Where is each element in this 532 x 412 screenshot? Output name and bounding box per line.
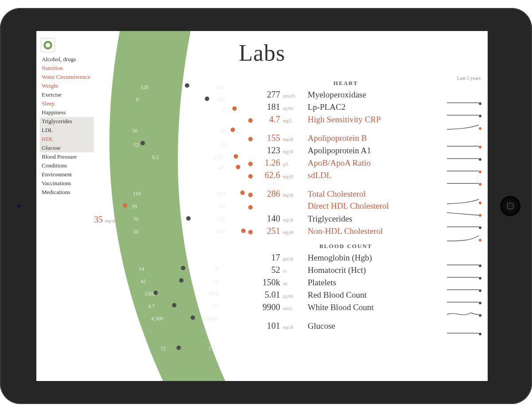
alert-dot-icon — [248, 306, 253, 311]
lab-row[interactable]: 251mg/dlNon-HDL Cholesterol — [248, 226, 443, 238]
lab-row[interactable]: 62.6mg/dlsdLDL — [248, 170, 443, 183]
lab-row[interactable]: 1.26g/LApoB/ApoA Ratio — [248, 158, 443, 170]
home-button[interactable] — [500, 196, 520, 216]
range-tick: 400k — [208, 291, 219, 297]
lab-value: 17 — [256, 253, 282, 263]
sidebar-item[interactable]: Vaccinations — [40, 179, 94, 188]
sparkline[interactable] — [447, 209, 481, 222]
lab-row[interactable]: 150kmlPlatelets — [248, 277, 443, 290]
lab-value: 251 — [256, 226, 282, 236]
lab-row[interactable]: 155mg/dlApolipoprotein B — [248, 133, 443, 145]
alert-dot-icon — [248, 218, 253, 222]
sparkline[interactable] — [447, 284, 481, 297]
range-marker — [179, 278, 184, 283]
lab-unit: mg/L — [282, 118, 300, 123]
lab-row[interactable]: Direct HDL Cholesterol — [248, 201, 443, 214]
sidebar-item[interactable]: Medications — [40, 188, 94, 197]
sparkline[interactable] — [447, 141, 481, 153]
range-tick: 50 — [132, 128, 137, 134]
lab-name: Direct HDL Cholesterol — [300, 201, 443, 211]
lab-value: 9900 — [256, 302, 282, 312]
lab-value: 123 — [256, 145, 282, 155]
sparkline[interactable] — [447, 297, 481, 309]
lab-unit: ml — [282, 281, 300, 286]
sidebar-item[interactable]: Waist Circumference — [40, 73, 94, 82]
sidebar-item[interactable]: Alcohol, drugs — [40, 55, 94, 64]
lab-name: Non-HDL Cholesterol — [300, 226, 443, 236]
sidebar-item[interactable]: Blood Pressure — [40, 152, 94, 161]
lab-value: 155 — [256, 133, 282, 143]
alert-dot-icon — [248, 325, 253, 329]
sparkline-header: Last 5 years — [447, 75, 481, 81]
sidebar-item[interactable]: Exercise — [40, 90, 94, 99]
lab-unit: pg/ml — [282, 294, 300, 299]
range-marker — [205, 97, 209, 101]
sidebar-item[interactable]: HDL — [40, 135, 94, 144]
alert-dot-icon — [248, 193, 253, 197]
lab-unit: % — [282, 269, 300, 274]
alert-dot-icon — [248, 294, 253, 298]
lab-value: 1.26 — [256, 158, 282, 168]
lab-name: Total Cholesterol — [300, 189, 443, 199]
range-tick: 201 — [217, 97, 225, 103]
lab-name: White Blood Count — [300, 303, 443, 312]
range-tick: 130 — [217, 229, 225, 235]
lab-row[interactable]: 9900mm3White Blood Count — [248, 302, 443, 315]
sidebar: Alcohol, drugsNutritionWaist Circumferen… — [40, 55, 94, 197]
sidebar-item[interactable]: Weight — [40, 82, 94, 90]
range-marker — [186, 216, 191, 221]
lab-row[interactable]: 277pmol/LMyeloperoxidase — [248, 89, 443, 102]
lab-row[interactable]: 101mg/dlGlucose — [248, 321, 443, 333]
lab-row[interactable]: 4.7mg/LHigh Sensitivity CRP — [248, 114, 443, 127]
range-tick: 137 — [208, 346, 216, 352]
ring-icon — [43, 41, 52, 50]
sidebar-item[interactable]: Triglycerides — [40, 117, 94, 126]
lab-value: 181 — [256, 102, 282, 112]
sparkline[interactable] — [447, 272, 481, 284]
lab-row[interactable]: 123mg/dlApolipoprotein A1 — [248, 145, 443, 158]
range-tick: 12 — [133, 142, 139, 148]
range-tick: 4.7 — [148, 303, 155, 310]
sparkline[interactable] — [447, 260, 481, 272]
lab-name: ApoB/ApoA Ratio — [300, 158, 443, 168]
sparkline[interactable] — [447, 97, 481, 110]
sidebar-item[interactable]: Glucose — [40, 144, 94, 152]
app-logo[interactable] — [41, 38, 55, 52]
sparkline[interactable] — [447, 153, 481, 166]
lab-row[interactable]: 52%Homatocrit (Hct) — [248, 265, 443, 277]
sparkline[interactable] — [447, 166, 481, 178]
sparkline-column: Last 5 years — [447, 75, 481, 340]
sparkline[interactable] — [447, 234, 481, 246]
sidebar-item[interactable]: Conditions — [40, 161, 94, 170]
sidebar-item[interactable]: Environment — [40, 170, 94, 179]
range-tick: 0.75 — [214, 154, 223, 161]
lab-row[interactable]: 181ng/mlLp-PLAC2 — [248, 102, 443, 114]
lab-value: 62.6 — [256, 170, 282, 180]
lab-row[interactable]: 286mg/dlTotal Cholesterol — [248, 189, 443, 201]
lab-unit: mg/dl — [282, 193, 300, 198]
sparkline[interactable] — [447, 197, 481, 209]
range-tick: 70 — [133, 216, 138, 223]
lab-name: Apolipoprotein B — [300, 133, 443, 143]
sparkline[interactable] — [447, 122, 481, 135]
sparkline[interactable] — [447, 178, 481, 190]
sparkline[interactable] — [447, 328, 481, 340]
page-title: Labs — [36, 40, 488, 66]
lab-name: Red Blood Count — [300, 290, 443, 300]
lab-row[interactable]: 5.01pg/mlRed Blood Count — [248, 290, 443, 302]
alert-dot-icon — [248, 149, 253, 154]
range-tick: 150 — [217, 216, 225, 223]
sidebar-item[interactable]: LDL — [40, 126, 94, 135]
sidebar-item[interactable]: Nutrition — [40, 64, 94, 73]
lab-value: 140 — [256, 214, 282, 224]
sidebar-item[interactable]: Sleep — [40, 99, 94, 108]
sparkline[interactable] — [447, 222, 481, 234]
sidebar-item[interactable]: Happiness — [40, 108, 94, 117]
lab-value: 277 — [256, 89, 282, 100]
sparkline[interactable] — [447, 110, 481, 122]
lab-name: Homatocrit (Hct) — [300, 265, 443, 275]
lab-row[interactable]: 17gm/dlHemoglobin (Hgb) — [248, 253, 443, 265]
lab-name: Hemoglobin (Hgb) — [300, 253, 443, 263]
sparkline[interactable] — [447, 309, 481, 322]
lab-row[interactable]: 140mg/dlTriglycerides — [248, 214, 443, 226]
